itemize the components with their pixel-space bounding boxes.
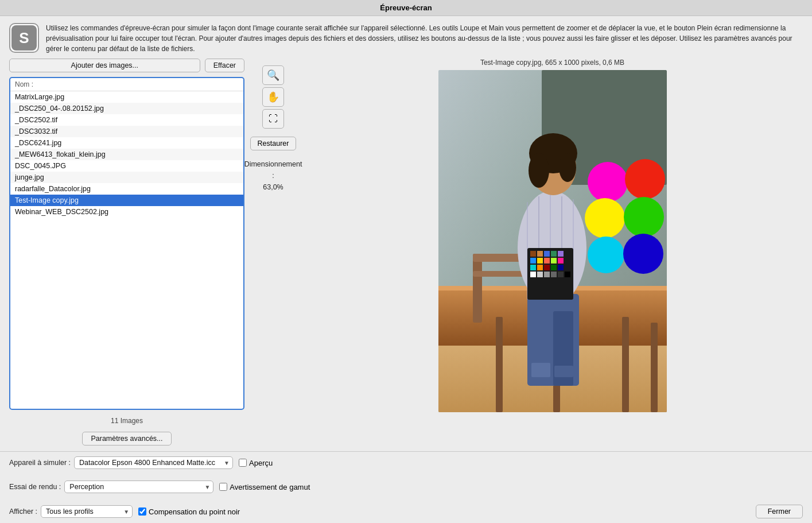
- file-list-item[interactable]: Test-Image copy.jpg: [10, 195, 243, 206]
- svg-rect-44: [551, 265, 557, 270]
- advanced-params-button[interactable]: Paramètres avancés...: [82, 432, 171, 445]
- right-panel: Test-Image copy.jpg, 665 x 1000 pixels, …: [302, 59, 803, 451]
- black-point-label: Compensation du point noir: [149, 507, 240, 516]
- button-row: Ajouter des images... Effacer: [9, 59, 244, 72]
- file-list-item[interactable]: junge.jpg: [10, 172, 243, 183]
- preview-image: [438, 70, 667, 412]
- file-list-item[interactable]: radarfalle_Datacolor.jpg: [10, 183, 243, 195]
- svg-rect-49: [551, 272, 557, 277]
- svg-rect-38: [544, 258, 550, 264]
- file-list-item[interactable]: _MEW6413_flokati_klein.jpg: [10, 149, 243, 160]
- app-icon: S: [9, 23, 39, 53]
- params-btn-row: Paramètres avancés...: [9, 432, 244, 451]
- svg-rect-9: [473, 254, 482, 323]
- svg-point-52: [588, 162, 628, 202]
- dimensioning-group: Dimensionnement : 63,0%: [244, 158, 302, 193]
- svg-rect-45: [558, 265, 564, 270]
- zoom-tool-button[interactable]: 🔍: [262, 65, 284, 85]
- svg-rect-43: [544, 265, 550, 270]
- svg-rect-36: [530, 258, 536, 264]
- svg-rect-42: [537, 265, 543, 270]
- file-list-item[interactable]: MatrixLarge.jpg: [10, 91, 243, 103]
- black-point-checkbox[interactable]: [138, 507, 146, 516]
- clear-button[interactable]: Effacer: [205, 59, 244, 72]
- svg-rect-41: [530, 265, 536, 270]
- header-section: S Utilisez les commandes d'épreuve-écran…: [9, 23, 803, 54]
- device-select[interactable]: Datacolor Epson 4800 Enhanced Matte.icc: [74, 456, 233, 469]
- file-list-item[interactable]: Webinar_WEB_DSC2502.jpg: [10, 206, 243, 218]
- dimensioning-label: Dimensionnement :: [244, 158, 302, 181]
- file-list-item[interactable]: DSC_0045.JPG: [10, 160, 243, 172]
- svg-rect-13: [622, 317, 629, 412]
- svg-rect-48: [544, 272, 550, 277]
- device-dropdown-wrapper: Datacolor Epson 4800 Enhanced Matte.icc …: [74, 456, 233, 469]
- svg-rect-47: [537, 272, 543, 277]
- image-info: Test-Image copy.jpg, 665 x 1000 pixels, …: [302, 59, 803, 67]
- file-list: MatrixLarge.jpg_DSC250_04-.08.20152.jpg_…: [10, 91, 243, 218]
- svg-rect-31: [530, 251, 536, 257]
- svg-rect-33: [544, 251, 550, 257]
- svg-point-54: [585, 198, 625, 238]
- svg-rect-29: [554, 366, 573, 377]
- svg-rect-46: [530, 272, 536, 277]
- file-list-container: Nom : MatrixLarge.jpg_DSC250_04-.08.2015…: [9, 77, 244, 410]
- svg-rect-50: [558, 272, 564, 277]
- svg-rect-14: [651, 323, 658, 412]
- window-title: Épreuve-écran: [380, 3, 432, 12]
- svg-text:S: S: [19, 29, 29, 47]
- image-count: 11 Images: [9, 414, 244, 427]
- file-list-header: Nom :: [10, 78, 243, 91]
- gamut-checkbox-group: Avertissement de gamut: [219, 483, 310, 491]
- render-dropdown-wrapper: Perception Colorimétrie relative Colorim…: [64, 481, 213, 493]
- black-point-checkbox-group: Compensation du point noir: [138, 507, 240, 516]
- svg-point-56: [588, 237, 624, 273]
- svg-rect-51: [565, 272, 570, 277]
- tools-panel: 🔍 ✋ ⛶ Restaurer Dimensionnement : 63,0%: [244, 59, 302, 451]
- title-bar: Épreuve-écran: [0, 0, 812, 16]
- preview-container: [302, 70, 803, 451]
- render-select[interactable]: Perception Colorimétrie relative Colorim…: [64, 481, 213, 493]
- close-button[interactable]: Fermer: [756, 505, 803, 518]
- hand-icon: ✋: [267, 91, 279, 103]
- preview-checkbox-group: Aperçu: [239, 459, 273, 467]
- body-area: Ajouter des images... Effacer Nom : Matr…: [9, 59, 803, 451]
- svg-rect-35: [558, 251, 564, 257]
- display-dropdown-wrapper: Tous les profils Profils RVB Profils CMJ…: [41, 505, 133, 518]
- preview-checkbox[interactable]: [239, 459, 247, 467]
- render-group: Essai de rendu : Perception Colorimétrie…: [9, 481, 213, 493]
- device-label: Appareil à simuler :: [9, 459, 71, 467]
- gamut-warning-label: Avertissement de gamut: [230, 483, 310, 491]
- svg-point-24: [559, 153, 576, 182]
- fullscreen-tool-button[interactable]: ⛶: [262, 109, 284, 129]
- left-panel: Ajouter des images... Effacer Nom : Matr…: [9, 59, 244, 451]
- svg-point-55: [624, 197, 664, 237]
- zoom-icon: 🔍: [267, 69, 279, 82]
- file-list-item[interactable]: _DSC2502.tif: [10, 114, 243, 126]
- svg-rect-40: [558, 258, 564, 264]
- file-list-item[interactable]: _DSC6241.jpg: [10, 137, 243, 149]
- file-list-item[interactable]: _DSC3032.tif: [10, 126, 243, 137]
- preview-label: Aperçu: [249, 459, 273, 467]
- svg-rect-34: [551, 251, 557, 257]
- file-list-item[interactable]: _DSC250_04-.08.20152.jpg: [10, 103, 243, 114]
- svg-rect-7: [496, 317, 503, 412]
- svg-rect-28: [531, 363, 550, 377]
- restore-button[interactable]: Restaurer: [250, 137, 297, 150]
- dimensioning-value: 63,0%: [244, 181, 302, 193]
- display-group: Afficher : Tous les profils Profils RVB …: [9, 505, 133, 518]
- hand-tool-button[interactable]: ✋: [262, 87, 284, 107]
- device-group: Appareil à simuler : Datacolor Epson 480…: [9, 456, 233, 469]
- header-description: Utilisez les commandes d'épreuve-écran p…: [46, 23, 803, 54]
- display-select[interactable]: Tous les profils Profils RVB Profils CMJ…: [41, 505, 133, 518]
- svg-point-53: [625, 159, 665, 199]
- gamut-warning-checkbox[interactable]: [219, 483, 227, 491]
- svg-rect-37: [537, 258, 543, 264]
- svg-rect-32: [537, 251, 543, 257]
- display-label: Afficher :: [9, 507, 37, 516]
- svg-point-57: [623, 234, 663, 274]
- render-label: Essai de rendu :: [9, 483, 61, 491]
- bottom-controls: Appareil à simuler : Datacolor Epson 480…: [0, 451, 812, 523]
- add-images-button[interactable]: Ajouter des images...: [9, 59, 200, 72]
- svg-rect-39: [551, 258, 557, 264]
- fullscreen-icon: ⛶: [269, 114, 278, 124]
